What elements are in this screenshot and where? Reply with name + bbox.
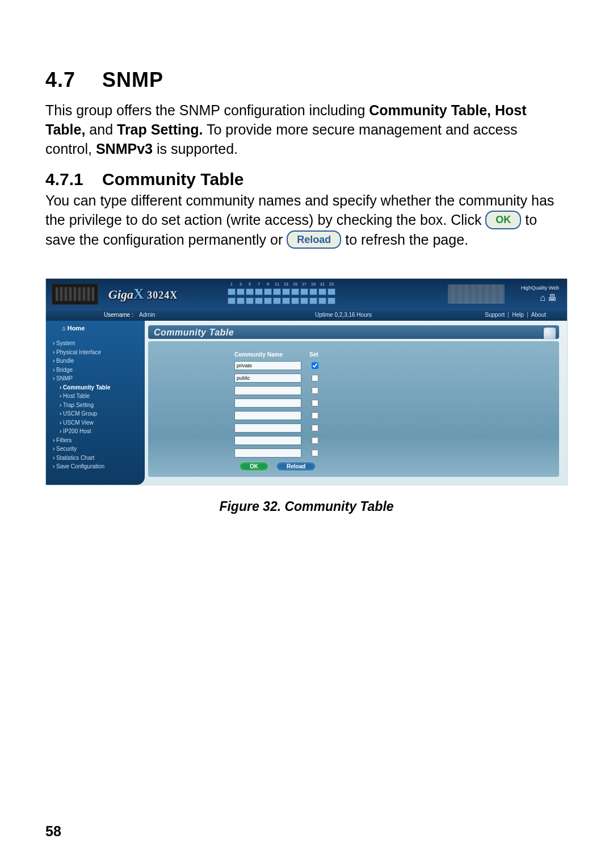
port-indicator[interactable] bbox=[328, 297, 335, 304]
sidebar-item[interactable]: USCM View bbox=[53, 418, 138, 427]
table-row bbox=[231, 397, 324, 409]
username-value: Admin bbox=[139, 312, 155, 318]
section-number: 4.7 bbox=[45, 68, 75, 91]
port-indicator[interactable] bbox=[264, 288, 272, 295]
sidebar-item[interactable]: System bbox=[53, 339, 138, 348]
header-link[interactable]: Help bbox=[508, 312, 524, 318]
product-logo: GigaX 3024X bbox=[108, 286, 178, 303]
sidebar-item[interactable]: Trap Setting bbox=[53, 401, 138, 410]
page-number: 58 bbox=[45, 823, 61, 840]
sidebar-item[interactable]: Bridge bbox=[53, 366, 138, 375]
content-title: Community Table bbox=[154, 328, 234, 338]
community-name-input[interactable] bbox=[234, 386, 301, 395]
table-row bbox=[231, 422, 324, 434]
header-links: SupportHelpAbout bbox=[483, 312, 548, 318]
port-indicator[interactable] bbox=[291, 297, 299, 304]
port-indicator[interactable] bbox=[255, 297, 263, 304]
sidebar-item[interactable]: Bundle bbox=[53, 357, 138, 366]
community-name-input[interactable] bbox=[234, 411, 301, 420]
port-indicator[interactable] bbox=[255, 288, 263, 295]
sidebar-item[interactable]: Physical Interface bbox=[53, 348, 138, 357]
print-icon[interactable]: 🖶 bbox=[548, 293, 557, 303]
port-indicator[interactable] bbox=[328, 288, 335, 295]
port-indicator[interactable] bbox=[300, 297, 308, 304]
port-indicator[interactable] bbox=[237, 297, 245, 304]
sidebar-item[interactable]: Host Table bbox=[53, 392, 138, 401]
port-indicator[interactable] bbox=[264, 297, 272, 304]
home-chip[interactable]: Home bbox=[54, 323, 93, 333]
table-row bbox=[231, 372, 324, 384]
port-indicator[interactable] bbox=[246, 297, 254, 304]
subsection-number: 4.7.1 bbox=[45, 170, 83, 188]
section-heading: 4.7SNMP bbox=[45, 68, 568, 92]
set-checkbox[interactable] bbox=[312, 362, 318, 369]
port-indicator[interactable] bbox=[273, 297, 281, 304]
figure-caption: Figure 32. Community Table bbox=[45, 499, 568, 514]
col-community-name: Community Name bbox=[231, 350, 305, 359]
content-panel: Community Name Set OK Reload bbox=[148, 341, 559, 477]
table-row bbox=[231, 447, 324, 459]
section-title: SNMP bbox=[102, 68, 163, 91]
header-link[interactable]: About bbox=[527, 312, 546, 318]
sidebar-item[interactable]: SNMP bbox=[53, 374, 138, 383]
port-indicator[interactable] bbox=[300, 288, 308, 295]
port-indicator[interactable] bbox=[228, 297, 236, 304]
header-link[interactable]: Support bbox=[485, 312, 505, 318]
subsection-title: Community Table bbox=[102, 170, 243, 188]
community-name-input[interactable] bbox=[234, 374, 301, 383]
set-checkbox[interactable] bbox=[312, 400, 318, 406]
set-checkbox[interactable] bbox=[312, 387, 318, 394]
community-table: Community Name Set bbox=[230, 349, 325, 460]
table-row bbox=[231, 410, 324, 421]
body-paragraph: You can type different community names a… bbox=[45, 191, 568, 250]
ok-button[interactable]: OK bbox=[239, 462, 269, 471]
reload-button[interactable]: Reload bbox=[276, 462, 316, 471]
set-checkbox[interactable] bbox=[312, 450, 318, 456]
set-checkbox[interactable] bbox=[312, 412, 318, 419]
port-indicator[interactable] bbox=[237, 288, 245, 295]
intro-paragraph: This group offers the SNMP configuration… bbox=[45, 101, 568, 158]
port-indicator[interactable] bbox=[282, 288, 290, 295]
port-indicator[interactable] bbox=[228, 288, 236, 295]
table-row bbox=[231, 360, 324, 371]
home-icon[interactable]: ⌂ bbox=[540, 293, 545, 303]
port-matrix: 1357911131517192123 bbox=[228, 282, 346, 306]
sidebar-nav: SystemPhysical InterfaceBundleBridgeSNMP… bbox=[53, 339, 138, 471]
set-checkbox[interactable] bbox=[312, 425, 318, 431]
app-header: GigaX 3024X 1357911131517192123 HighQual… bbox=[46, 279, 567, 311]
set-checkbox[interactable] bbox=[312, 437, 318, 444]
port-indicator[interactable] bbox=[318, 297, 326, 304]
header-corner: HighQuality Web ⌂🖶 bbox=[521, 284, 559, 304]
port-indicator[interactable] bbox=[273, 288, 281, 295]
sidebar-item[interactable]: Statistics Chart bbox=[53, 454, 138, 463]
sidebar-item[interactable]: IP200 Host bbox=[53, 427, 138, 436]
subsection-heading: 4.7.1Community Table bbox=[45, 170, 568, 189]
device-rack-graphic bbox=[448, 284, 505, 304]
community-name-input[interactable] bbox=[234, 361, 301, 370]
col-set: Set bbox=[306, 350, 324, 359]
community-name-input[interactable] bbox=[234, 399, 301, 408]
community-name-input[interactable] bbox=[234, 436, 301, 445]
table-row bbox=[231, 435, 324, 446]
sidebar-item[interactable]: USCM Group bbox=[53, 409, 138, 418]
set-checkbox[interactable] bbox=[312, 375, 318, 381]
sidebar-item[interactable]: Filters bbox=[53, 436, 138, 445]
reload-pill-inline: Reload bbox=[287, 230, 341, 249]
screenshot-figure: GigaX 3024X 1357911131517192123 HighQual… bbox=[45, 278, 568, 485]
port-indicator[interactable] bbox=[309, 288, 317, 295]
username-label: Username : bbox=[100, 312, 137, 318]
sidebar-item[interactable]: Community Table bbox=[53, 383, 138, 392]
community-name-input[interactable] bbox=[234, 448, 301, 458]
community-name-input[interactable] bbox=[234, 423, 301, 433]
port-indicator[interactable] bbox=[246, 288, 254, 295]
panel-corner-icon bbox=[544, 328, 556, 339]
port-indicator[interactable] bbox=[282, 297, 290, 304]
port-indicator[interactable] bbox=[309, 297, 317, 304]
sidebar-item[interactable]: Security bbox=[53, 445, 138, 454]
port-indicator[interactable] bbox=[318, 288, 326, 295]
port-indicator[interactable] bbox=[291, 288, 299, 295]
device-thumbnail bbox=[52, 283, 98, 305]
sidebar-item[interactable]: Save Configuration bbox=[53, 462, 138, 471]
table-row bbox=[231, 385, 324, 396]
status-bar: Username : Admin Uptime 0,2,3,16 Hours S… bbox=[46, 311, 567, 321]
